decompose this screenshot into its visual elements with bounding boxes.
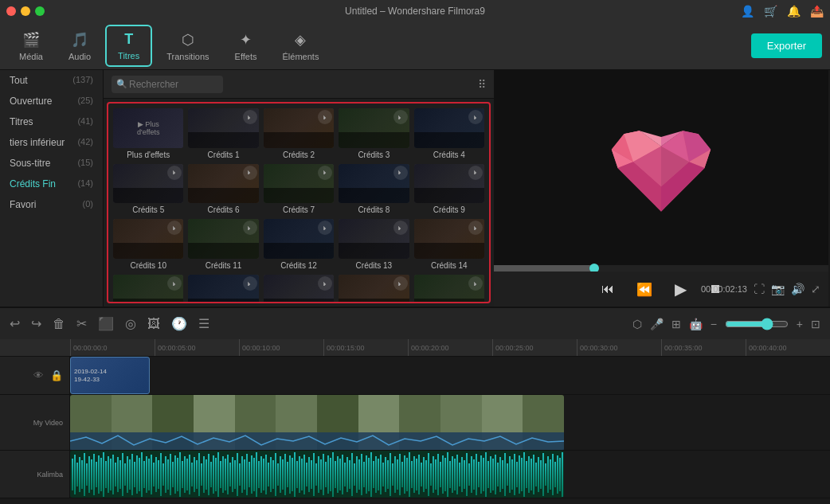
preview-progress-fill bbox=[494, 265, 594, 272]
cut-icon[interactable]: ✂ bbox=[76, 316, 87, 331]
thumbnail-item-10[interactable]: ⏵ Crédits 10 bbox=[113, 219, 183, 270]
fullscreen-icon[interactable]: ⛶ bbox=[754, 283, 765, 295]
svg-rect-212 bbox=[542, 453, 544, 496]
thumbnail-item-9[interactable]: ⏵ Crédits 9 bbox=[414, 164, 484, 215]
crop-icon[interactable]: ⬛ bbox=[98, 316, 114, 331]
thumbnail-item-5[interactable]: ⏵ Crédits 5 bbox=[113, 164, 183, 215]
grid-icon[interactable]: ⠿ bbox=[478, 78, 486, 91]
thumbnail-item-3[interactable]: ⏵ Crédits 3 bbox=[339, 108, 409, 159]
toolbar-label-elements: Éléments bbox=[283, 52, 319, 61]
sidebar-item-credits-fin[interactable]: Crédits Fin (14) bbox=[0, 174, 103, 194]
svg-rect-174 bbox=[452, 456, 453, 493]
thumbnail-item-15[interactable]: ⏵ Crédits 15 bbox=[113, 275, 183, 303]
svg-rect-117 bbox=[315, 463, 317, 486]
svg-rect-60 bbox=[179, 452, 181, 497]
title-clip[interactable]: 2019-02-1419-42-33 bbox=[70, 357, 150, 394]
speed-icon[interactable]: 🕐 bbox=[171, 316, 187, 331]
svg-rect-80 bbox=[227, 455, 229, 494]
pip-icon[interactable]: ⊞ bbox=[671, 318, 681, 330]
preview-timeline-bar[interactable] bbox=[494, 265, 828, 272]
svg-rect-82 bbox=[232, 457, 233, 492]
minus-icon[interactable]: − bbox=[711, 318, 717, 330]
thumbnail-item-16[interactable]: ⏵ Crédits 16 bbox=[188, 275, 258, 303]
thumb-image-10: ⏵ bbox=[113, 219, 183, 259]
user-icon[interactable]: 👤 bbox=[741, 5, 754, 18]
toolbar-item-effets[interactable]: ✦ Effets bbox=[224, 26, 268, 66]
svg-rect-34 bbox=[117, 457, 119, 492]
zoom-slider[interactable] bbox=[725, 318, 789, 330]
minimize-button[interactable] bbox=[21, 6, 30, 16]
undo-icon[interactable]: ↩ bbox=[10, 316, 20, 331]
thumb-image-13: ⏵ bbox=[339, 219, 409, 259]
toolbar-item-titres[interactable]: T Titres bbox=[105, 25, 152, 67]
track-content-audio[interactable] bbox=[70, 451, 830, 498]
share-icon[interactable]: 📤 bbox=[810, 5, 824, 18]
toolbar-item-audio[interactable]: 🎵 Audio bbox=[57, 26, 102, 66]
thumbnail-item-11[interactable]: ⏵ Crédits 11 bbox=[188, 219, 258, 270]
image-icon[interactable]: 🖼 bbox=[147, 317, 160, 331]
volume-icon[interactable]: 🔊 bbox=[791, 283, 805, 295]
delete-icon[interactable]: 🗑 bbox=[53, 317, 65, 331]
expand-icon[interactable]: ⤢ bbox=[811, 283, 820, 295]
thumbnail-item-8[interactable]: ⏵ Crédits 8 bbox=[339, 164, 409, 215]
close-button[interactable] bbox=[6, 6, 16, 16]
thumbnail-item-17[interactable]: ⏵ Crédits 17 bbox=[264, 275, 334, 303]
camera-icon[interactable]: 📷 bbox=[771, 283, 785, 295]
thumbnail-item-13[interactable]: ⏵ Crédits 13 bbox=[339, 219, 409, 270]
svg-rect-213 bbox=[545, 463, 546, 486]
play-button[interactable]: ▶ bbox=[671, 276, 690, 302]
svg-rect-79 bbox=[225, 459, 226, 490]
maximize-button[interactable] bbox=[35, 6, 45, 16]
svg-rect-35 bbox=[119, 460, 121, 489]
cart-icon[interactable]: 🛒 bbox=[764, 5, 777, 18]
sidebar-item-ouverture[interactable]: Ouverture (25) bbox=[0, 91, 103, 111]
sidebar-count-ouverture: (25) bbox=[77, 96, 93, 107]
menu-icon[interactable]: ☰ bbox=[198, 316, 209, 331]
search-input[interactable] bbox=[112, 76, 223, 93]
rotate-icon[interactable]: ◎ bbox=[125, 316, 136, 331]
thumbnail-item-19[interactable]: ⏵ Crédits 19 bbox=[414, 275, 484, 303]
thumbnail-item-2[interactable]: ⏵ Crédits 2 bbox=[264, 108, 334, 159]
thumbnail-item-7[interactable]: ⏵ Crédits 7 bbox=[264, 164, 334, 215]
mask-icon[interactable]: ⬡ bbox=[632, 318, 642, 330]
track-lock-icon[interactable]: 🔒 bbox=[50, 369, 63, 381]
thumb-image-16: ⏵ bbox=[188, 275, 258, 303]
sidebar-item-tout[interactable]: Tout (137) bbox=[0, 70, 103, 91]
redo-icon[interactable]: ↪ bbox=[31, 316, 41, 331]
track-content-title[interactable]: 2019-02-1419-42-33 bbox=[70, 357, 830, 394]
mic-icon[interactable]: 🎤 bbox=[650, 318, 664, 330]
toolbar-item-media[interactable]: 🎬 Média bbox=[8, 26, 54, 66]
svg-rect-112 bbox=[303, 455, 305, 494]
toolbar-item-elements[interactable]: ◈ Éléments bbox=[272, 26, 331, 66]
svg-rect-58 bbox=[174, 455, 176, 494]
sidebar-item-sous-titre[interactable]: Sous-titre (15) bbox=[0, 153, 103, 174]
bell-icon[interactable]: 🔔 bbox=[787, 5, 801, 18]
svg-rect-21 bbox=[86, 463, 88, 486]
titlebar-icons: 👤 🛒 🔔 📤 bbox=[741, 5, 824, 18]
fit-icon[interactable]: ⊡ bbox=[811, 318, 820, 330]
plus-icon[interactable]: + bbox=[797, 318, 803, 330]
thumbnail-item-1[interactable]: ⏵ Crédits 1 bbox=[188, 108, 258, 159]
track-content-video[interactable] bbox=[70, 395, 830, 450]
thumbnail-item-4[interactable]: ⏵ Crédits 4 bbox=[414, 108, 484, 159]
thumbnail-item-14[interactable]: ⏵ Crédits 14 bbox=[414, 219, 484, 270]
thumbnail-item-18[interactable]: ⏵ Crédits 18 bbox=[339, 275, 409, 303]
ai-icon[interactable]: 🤖 bbox=[689, 318, 703, 330]
skip-back-button[interactable]: ⏮ bbox=[598, 279, 617, 299]
preview-area: ⏮ ⏪ ▶ ⏹ 00:00:02:13 ⛶ 📷 🔊 ⤢ bbox=[494, 70, 828, 307]
svg-rect-96 bbox=[265, 455, 267, 494]
audio-clip[interactable] bbox=[70, 451, 564, 498]
toolbar-item-transitions[interactable]: ⬡ Transitions bbox=[155, 26, 220, 66]
track-eye-icon[interactable]: 👁 bbox=[33, 369, 44, 381]
export-button[interactable]: Exporter bbox=[751, 33, 822, 58]
svg-rect-171 bbox=[444, 458, 446, 491]
thumbnail-item-12[interactable]: ⏵ Crédits 12 bbox=[264, 219, 334, 270]
sidebar-item-favori[interactable]: Favori (0) bbox=[0, 194, 103, 215]
thumbnail-item-0[interactable]: ▶ Plusd'effets Plus d'effets bbox=[113, 108, 183, 159]
step-back-button[interactable]: ⏪ bbox=[633, 279, 656, 300]
bottom-toolbar: ↩ ↪ 🗑 ✂ ⬛ ◎ 🖼 🕐 ☰ ⬡ 🎤 ⊞ 🤖 − + ⊡ bbox=[0, 307, 830, 339]
sidebar-item-titres[interactable]: Titres (41) bbox=[0, 111, 103, 132]
svg-rect-169 bbox=[440, 462, 441, 487]
thumbnail-item-6[interactable]: ⏵ Crédits 6 bbox=[188, 164, 258, 215]
sidebar-item-tiers[interactable]: tiers inférieur (42) bbox=[0, 132, 103, 153]
